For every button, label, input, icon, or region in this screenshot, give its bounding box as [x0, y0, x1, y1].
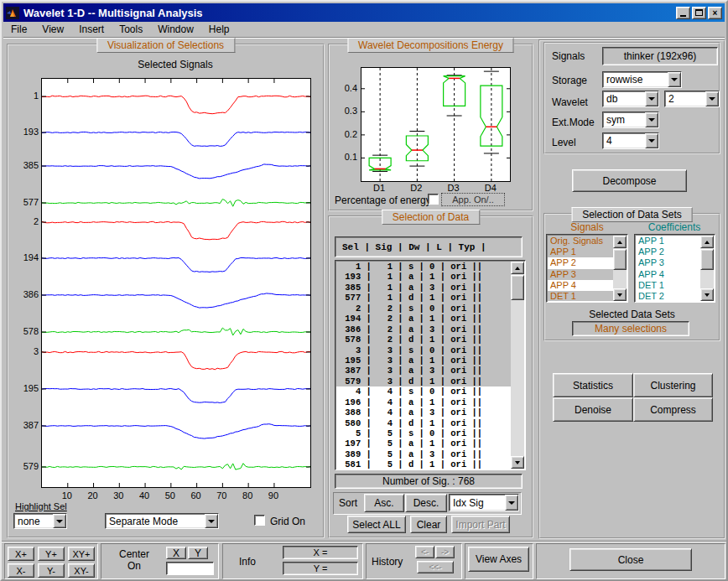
- chevron-down-icon[interactable]: [668, 72, 681, 87]
- zoom-XYplus-button[interactable]: XY+: [68, 547, 95, 561]
- table-row[interactable]: 577 | 1 | d | 1 | ori ||: [336, 293, 511, 303]
- zoom-Xplus-button[interactable]: X+: [8, 547, 34, 561]
- list-item[interactable]: APP 4: [548, 280, 613, 291]
- table-row[interactable]: 3 | 3 | s | 0 | ori ||: [336, 345, 511, 355]
- list-item[interactable]: DET 1: [548, 291, 613, 301]
- menu-tools[interactable]: Tools: [112, 22, 150, 37]
- scroll-thumb[interactable]: [700, 249, 714, 270]
- center-x-button[interactable]: X: [166, 547, 186, 559]
- data-table[interactable]: 1 | 1 | s | 0 | ori || 193 | 1 | a | 1 |…: [335, 260, 526, 470]
- wavelet-family-dropdown[interactable]: db: [602, 91, 659, 107]
- table-row[interactable]: 195 | 3 | a | 1 | ori ||: [336, 355, 511, 366]
- title-bar[interactable]: Wavelet 1-D -- Multisignal Analysis ×: [3, 3, 725, 22]
- scroll-thumb[interactable]: [613, 249, 627, 270]
- chevron-down-icon[interactable]: [645, 91, 658, 106]
- import-part-button[interactable]: Import Part: [451, 516, 510, 533]
- datasets-signals-list[interactable]: Orig. SignalsAPP 1APP 2APP 3APP 4DET 1: [546, 234, 628, 303]
- statistics-button[interactable]: Statistics: [553, 373, 633, 397]
- list-item[interactable]: DET 1: [636, 280, 700, 291]
- list-item[interactable]: Orig. Signals: [548, 236, 613, 246]
- datasets-coefficients-list[interactable]: APP 1APP 2APP 3APP 4DET 1DET 2: [634, 234, 715, 303]
- chevron-down-icon[interactable]: [705, 91, 719, 106]
- close-button[interactable]: Close: [569, 548, 692, 571]
- wavelet-number-dropdown[interactable]: 2: [664, 91, 720, 107]
- history-next-button[interactable]: ->: [435, 546, 455, 558]
- sort-by-dropdown[interactable]: Idx Sig: [449, 494, 519, 511]
- scroll-up-button[interactable]: [613, 236, 627, 248]
- table-row[interactable]: 197 | 5 | a | 1 | ori ||: [336, 438, 511, 449]
- chevron-down-icon[interactable]: [645, 112, 658, 127]
- table-row[interactable]: 193 | 1 | a | 1 | ori ||: [336, 272, 511, 282]
- table-row[interactable]: 386 | 2 | a | 3 | ori ||: [336, 324, 511, 335]
- compress-button[interactable]: Compress: [633, 397, 713, 422]
- table-row[interactable]: 385 | 1 | a | 3 | ori ||: [336, 283, 511, 293]
- zoom-XYminus-button[interactable]: XY-: [68, 563, 95, 578]
- menu-insert[interactable]: Insert: [71, 22, 112, 37]
- energy-plot[interactable]: [361, 67, 511, 182]
- menu-file[interactable]: File: [3, 22, 34, 37]
- grid-on-checkbox[interactable]: [254, 515, 265, 526]
- signals-plot[interactable]: [41, 78, 311, 488]
- app-on-button[interactable]: App. On/..: [441, 193, 505, 206]
- scroll-up-button[interactable]: [511, 262, 524, 274]
- menu-window[interactable]: Window: [150, 22, 201, 37]
- table-row[interactable]: 580 | 4 | d | 1 | ori ||: [336, 418, 511, 428]
- level-dropdown[interactable]: 4: [602, 132, 659, 149]
- list-item[interactable]: APP 1: [636, 236, 700, 246]
- chevron-down-icon[interactable]: [645, 133, 658, 148]
- ext-mode-dropdown[interactable]: sym: [602, 112, 659, 128]
- table-row[interactable]: 389 | 5 | a | 3 | ori ||: [336, 449, 511, 459]
- chevron-down-icon[interactable]: [205, 514, 218, 528]
- chevron-down-icon[interactable]: [53, 514, 66, 528]
- table-row[interactable]: 578 | 2 | d | 1 | ori ||: [336, 335, 511, 345]
- table-row[interactable]: 581 | 5 | d | 1 | ori ||: [336, 459, 511, 469]
- list-item[interactable]: APP 3: [636, 257, 700, 268]
- pct-energy-checkbox[interactable]: [428, 194, 439, 205]
- zoom-Yminus-button[interactable]: Y-: [38, 563, 65, 578]
- table-row[interactable]: 1 | 1 | s | 0 | ori ||: [336, 262, 511, 272]
- zoom-Xminus-button[interactable]: X-: [8, 563, 34, 578]
- data-table-scrollbar[interactable]: [511, 262, 524, 469]
- center-on-input[interactable]: [166, 562, 214, 575]
- display-mode-dropdown[interactable]: Separate Mode: [105, 513, 219, 529]
- menu-view[interactable]: View: [34, 22, 71, 37]
- list-item[interactable]: DET 2: [636, 291, 700, 301]
- history-prev-button[interactable]: <-: [415, 546, 434, 558]
- table-row[interactable]: 4 | 4 | s | 0 | ori ||: [336, 386, 511, 397]
- scroll-thumb[interactable]: [511, 275, 524, 300]
- select-all-button[interactable]: Select ALL: [347, 516, 406, 533]
- close-window-button[interactable]: ×: [708, 7, 722, 19]
- datasets-signals-scrollbar[interactable]: [613, 236, 627, 301]
- list-item[interactable]: APP 3: [548, 269, 613, 280]
- zoom-Yplus-button[interactable]: Y+: [38, 547, 65, 561]
- sort-desc-button[interactable]: Desc.: [405, 494, 447, 512]
- decompose-button[interactable]: Decompose: [572, 169, 687, 192]
- list-item[interactable]: APP 1: [548, 246, 613, 257]
- clustering-button[interactable]: Clustering: [633, 373, 713, 397]
- datasets-coefficients-scrollbar[interactable]: [700, 236, 714, 301]
- list-item[interactable]: APP 2: [636, 246, 700, 257]
- table-row[interactable]: 387 | 3 | a | 3 | ori ||: [336, 366, 511, 376]
- table-row[interactable]: 5 | 5 | s | 0 | ori ||: [336, 428, 511, 438]
- scroll-down-button[interactable]: [613, 288, 627, 301]
- sort-asc-button[interactable]: Asc.: [364, 494, 404, 512]
- table-row[interactable]: 2 | 2 | s | 0 | ori ||: [336, 303, 511, 314]
- maximize-button[interactable]: [692, 7, 706, 19]
- history-first-button[interactable]: <<-: [417, 561, 454, 573]
- list-item[interactable]: APP 2: [548, 257, 613, 268]
- clear-button[interactable]: Clear: [410, 516, 447, 533]
- view-axes-button[interactable]: View Axes: [468, 547, 529, 572]
- center-y-button[interactable]: Y: [188, 547, 208, 559]
- minimize-button[interactable]: [676, 7, 690, 19]
- storage-dropdown[interactable]: rowwise: [602, 71, 682, 88]
- scroll-up-button[interactable]: [700, 236, 714, 248]
- highlight-sel-dropdown[interactable]: none: [13, 513, 67, 529]
- table-row[interactable]: 196 | 4 | a | 1 | ori ||: [336, 397, 511, 407]
- denoise-button[interactable]: Denoise: [553, 397, 633, 422]
- table-row[interactable]: 579 | 3 | d | 1 | ori ||: [336, 376, 511, 386]
- chevron-down-icon[interactable]: [505, 495, 518, 511]
- table-row[interactable]: 388 | 4 | a | 3 | ori ||: [336, 407, 511, 418]
- table-row[interactable]: 194 | 2 | a | 1 | ori ||: [336, 314, 511, 324]
- scroll-down-button[interactable]: [700, 288, 714, 301]
- scroll-down-button[interactable]: [511, 456, 524, 469]
